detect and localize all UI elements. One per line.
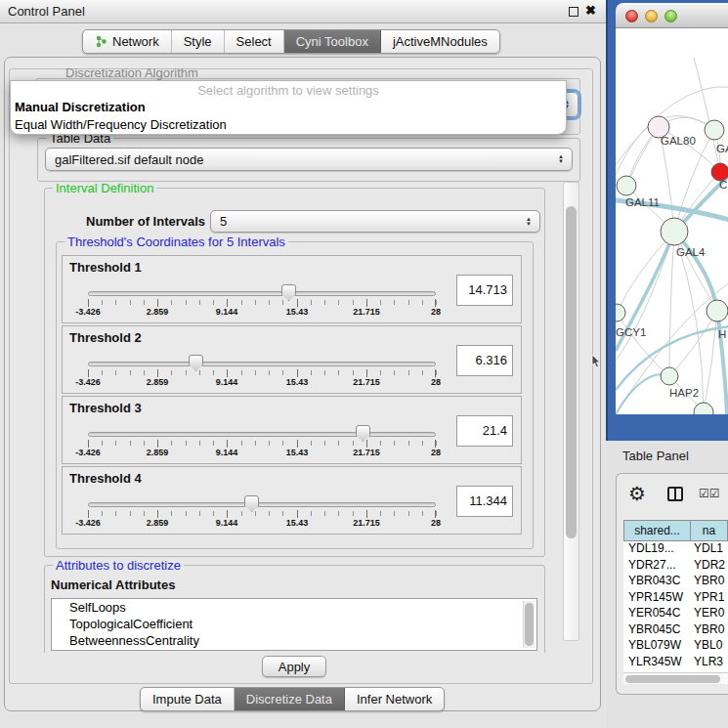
combo-arrows-icon: ▲▼ — [558, 154, 564, 164]
tick-label: 2.859 — [147, 518, 169, 528]
mouse-cursor — [591, 355, 601, 368]
table-header-row: shared... na — [623, 520, 728, 541]
list-item[interactable]: TopologicalCoefficient — [52, 616, 536, 632]
threshold-3-slider-track[interactable] — [88, 432, 436, 437]
node-label: GAL11 — [625, 196, 660, 208]
tab-discretize-data[interactable]: Discretize Data — [235, 688, 345, 710]
threshold-1-panel: Threshold 1 -3.426 2.859 9.144 15.43 21.… — [62, 255, 522, 323]
tick-label: 21.715 — [353, 307, 380, 317]
tick-marks — [88, 441, 437, 446]
panel-title: Control Panel — [8, 4, 85, 19]
close-icon[interactable]: ✖ — [585, 3, 596, 18]
tick-label: 2.859 — [147, 377, 169, 387]
tick-label: 9.144 — [216, 307, 238, 317]
node-top-right[interactable] — [705, 120, 724, 140]
settings-scrollbar[interactable] — [563, 182, 579, 641]
threshold-4-value-field[interactable]: 11.344 — [456, 486, 513, 517]
tab-network[interactable]: Network — [83, 30, 172, 53]
dropdown-option-equal-width[interactable]: Equal Width/Frequency Discretization — [11, 116, 566, 134]
split-columns-icon[interactable] — [667, 487, 683, 501]
node-gal4[interactable] — [661, 218, 688, 245]
threshold-4-slider-track[interactable] — [88, 502, 436, 507]
network-icon — [95, 35, 107, 48]
tab-infer-network[interactable]: Infer Network — [345, 688, 444, 710]
algorithm-group-title: Discretization Algorithm — [63, 65, 201, 80]
tab-impute-data[interactable]: Impute Data — [141, 688, 235, 710]
threshold-1-label: Threshold 1 — [69, 260, 142, 275]
close-traffic-light[interactable] — [625, 10, 638, 22]
node-table[interactable]: shared... na YDL19...YDL1 YDR27...YDR2 Y… — [623, 520, 728, 684]
zoom-traffic-light[interactable] — [664, 10, 677, 22]
tick-label: 28 — [431, 377, 441, 387]
threshold-3-label: Threshold 3 — [69, 401, 142, 415]
threshold-3-slider-thumb[interactable] — [356, 425, 370, 442]
table-row[interactable]: YDL19...YDL1 — [623, 541, 728, 558]
node-label: GA — [716, 143, 728, 154]
numerical-attributes-list[interactable]: SelfLoops TopologicalCoefficient Between… — [51, 598, 537, 651]
dropdown-prompt: Select algorithm to view settings — [11, 82, 566, 99]
node-label: GAL4 — [676, 246, 706, 258]
network-window-titlebar[interactable] — [616, 3, 728, 28]
threshold-4-slider-thumb[interactable] — [244, 495, 259, 512]
column-header-shared[interactable]: shared... — [623, 520, 691, 541]
tab-cyni-toolbox[interactable]: Cyni Toolbox — [284, 30, 381, 53]
node-gal11[interactable] — [617, 176, 636, 195]
numerical-attributes-label: Numerical Attributes — [51, 578, 175, 592]
table-row[interactable]: YBR045CYBR0 — [623, 622, 728, 639]
threshold-2-slider-track[interactable] — [88, 362, 436, 366]
checkbox-columns-icon[interactable]: ☑☑ — [699, 487, 720, 500]
threshold-1-value-field[interactable]: 14.713 — [456, 275, 513, 306]
table-row[interactable]: YDR27...YDR2 — [623, 558, 728, 575]
table-data-combo[interactable]: galFiltered.sif default node ▲▼ — [45, 148, 573, 171]
tab-style[interactable]: Style — [172, 30, 225, 53]
combo-arrows-icon: ▲▼ — [526, 217, 532, 227]
tick-label: 15.43 — [286, 448, 309, 457]
tick-marks — [88, 300, 437, 305]
scrollbar-thumb[interactable] — [625, 675, 720, 683]
list-item[interactable]: BetweennessCentrality — [52, 632, 536, 649]
gear-icon[interactable]: ⚙ — [628, 482, 646, 505]
network-canvas[interactable]: GAL80 GA C GAL11 GAL4 GCY1 H HAP2 — [616, 28, 728, 414]
node-gcy1[interactable] — [616, 304, 625, 321]
apply-button[interactable]: Apply — [262, 656, 326, 677]
table-horizontal-scrollbar[interactable] — [623, 672, 728, 684]
tick-label: 28 — [431, 307, 441, 317]
thresholds-group-title: Threshold's Coordinates for 5 Intervals — [64, 235, 288, 249]
table-panel-title: Table Panel — [622, 449, 689, 463]
num-intervals-combo[interactable]: 5 ▲▼ — [210, 210, 540, 233]
table-row[interactable]: YBL079WYBL0 — [623, 638, 728, 655]
tick-label: 9.144 — [216, 448, 238, 457]
threshold-2-slider-thumb[interactable] — [189, 355, 203, 371]
table-row[interactable]: YBR043CYBR0 — [623, 574, 728, 590]
tab-network-label: Network — [112, 34, 159, 49]
threshold-2-value-field[interactable]: 6.316 — [456, 345, 513, 376]
list-scrollbar[interactable] — [523, 601, 535, 648]
tab-select[interactable]: Select — [225, 30, 284, 53]
table-row[interactable]: YER054CYER0 — [623, 606, 728, 622]
table-row[interactable]: YLR345WYLR3 — [623, 655, 728, 671]
threshold-1-slider-thumb[interactable] — [281, 284, 296, 301]
threshold-3-value-field[interactable]: 21.4 — [456, 415, 513, 447]
node-label: GCY1 — [616, 326, 646, 338]
attributes-group-title: Attributes to discretize — [53, 558, 184, 573]
column-header-name[interactable]: na — [691, 520, 728, 541]
tab-jactivemnodules[interactable]: jActiveMNodules — [381, 30, 499, 53]
tick-label: 21.715 — [353, 377, 380, 387]
list-item[interactable]: SelfLoops — [52, 599, 536, 616]
float-window-icon[interactable] — [569, 7, 578, 17]
node-right[interactable] — [707, 300, 728, 321]
settings-scroll-viewport: Interval Definition Number of Intervals … — [10, 182, 559, 653]
node-label: HAP2 — [669, 387, 699, 399]
node-hap2[interactable] — [661, 367, 678, 385]
minimize-traffic-light[interactable] — [645, 10, 658, 22]
table-panel: ⚙ ☑☑ shared... na YDL19...YDL1 YDR27...Y… — [616, 473, 728, 695]
scrollbar-thumb[interactable] — [566, 206, 577, 538]
threshold-1-slider-track[interactable] — [88, 291, 436, 296]
bottom-tab-bar: Impute Data Discretize Data Infer Networ… — [140, 687, 445, 711]
threshold-2-label: Threshold 2 — [69, 330, 142, 345]
algorithm-dropdown-popup: Select algorithm to view settings Manual… — [10, 80, 567, 135]
dropdown-option-manual[interactable]: Manual Discretization — [11, 99, 566, 116]
tick-label: 2.859 — [147, 448, 169, 457]
table-row[interactable]: YPR145WYPR1 — [623, 590, 728, 607]
network-view-window: GAL80 GA C GAL11 GAL4 GCY1 H HAP2 — [606, 0, 728, 441]
